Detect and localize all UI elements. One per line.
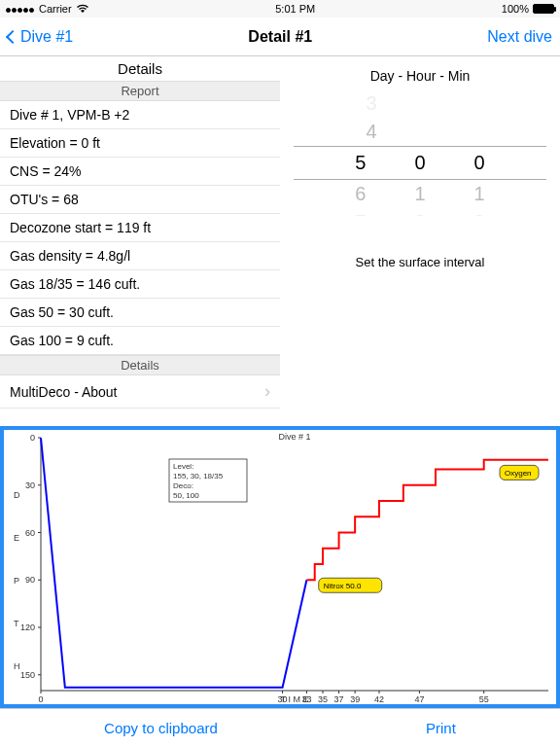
svg-text:D: D (14, 490, 20, 500)
carrier-label: Carrier (39, 3, 72, 15)
report-value: CNS = 24% (10, 163, 82, 179)
interval-caption: Set the surface interval (294, 255, 546, 269)
svg-text:42: 42 (374, 694, 384, 704)
picker-row: 3 (294, 89, 546, 118)
report-value: Decozone start = 119 ft (10, 220, 151, 235)
report-value: Dive # 1, VPM-B +2 (10, 107, 129, 123)
svg-text:150: 150 (20, 670, 35, 680)
svg-text:T: T (14, 619, 19, 628)
svg-text:H: H (14, 661, 20, 671)
svg-text:33: 33 (301, 694, 311, 704)
battery-icon (533, 4, 554, 14)
svg-text:Deco:: Deco: (173, 481, 193, 490)
report-row[interactable]: Decozone start = 119 ft (0, 214, 280, 242)
picker-title: Day - Hour - Min (294, 68, 546, 84)
svg-text:Oxygen: Oxygen (505, 469, 532, 478)
svg-text:E: E (14, 533, 19, 543)
report-row[interactable]: Gas 50 = 30 cuft. (0, 299, 280, 327)
report-value: Gas 18/35 = 146 cuft. (10, 276, 140, 292)
status-bar: Carrier 5:01 PM 100% (0, 0, 560, 18)
svg-text:55: 55 (479, 694, 489, 704)
svg-text:39: 39 (350, 694, 360, 704)
picker-row: 4 (294, 118, 546, 146)
report-row[interactable]: Gas 18/35 = 146 cuft. (0, 270, 280, 299)
chevron-right-icon: › (264, 381, 270, 402)
clock-label: 5:01 PM (275, 3, 315, 15)
picker-row: 611 (294, 180, 546, 208)
dive-profile-chart: Dive # 1D E P T HT I M E0306090120150030… (0, 426, 560, 708)
report-section-header: Report (0, 81, 280, 101)
details-panel: Details Report Dive # 1, VPM-B +2 Elevat… (0, 56, 280, 426)
chevron-left-icon (6, 29, 19, 43)
report-value: OTU's = 68 (10, 192, 79, 207)
report-value: Gas 100 = 9 cuft. (10, 333, 114, 348)
svg-text:Dive # 1: Dive # 1 (278, 432, 310, 442)
back-button[interactable]: Dive #1 (8, 28, 73, 46)
interval-picker[interactable]: 3 4 500 611 722 (294, 89, 546, 216)
about-row[interactable]: MultiDeco - About › (0, 375, 280, 409)
svg-text:35: 35 (318, 694, 328, 704)
svg-text:47: 47 (414, 694, 424, 704)
report-row[interactable]: Gas 100 = 9 cuft. (0, 327, 280, 355)
report-row[interactable]: Elevation = 0 ft (0, 129, 280, 158)
details-section-header: Details (0, 355, 280, 375)
svg-text:P: P (14, 576, 19, 586)
signal-dots-icon (6, 3, 35, 15)
svg-text:30: 30 (278, 694, 288, 704)
report-row[interactable]: CNS = 24% (0, 158, 280, 186)
navigation-bar: Dive #1 Detail #1 Next dive (0, 18, 560, 56)
svg-text:0: 0 (30, 433, 35, 443)
picker-row-selected: 500 (294, 146, 546, 180)
report-value: Elevation = 0 ft (10, 135, 100, 151)
about-label: MultiDeco - About (10, 384, 118, 400)
svg-text:90: 90 (25, 575, 35, 585)
wifi-icon (76, 4, 89, 14)
page-title: Detail #1 (248, 28, 312, 46)
report-row[interactable]: Gas density = 4.8g/l (0, 242, 280, 270)
svg-text:Nitrox 50.0: Nitrox 50.0 (324, 582, 362, 590)
svg-text:60: 60 (25, 528, 35, 538)
bottom-toolbar: Copy to clipboard Print (0, 708, 560, 747)
interval-panel: Day - Hour - Min 3 4 500 611 722 Set the… (280, 56, 560, 426)
next-dive-button[interactable]: Next dive (487, 28, 552, 46)
copy-button[interactable]: Copy to clipboard (104, 720, 218, 736)
back-label: Dive #1 (20, 28, 73, 46)
report-value: Gas 50 = 30 cuft. (10, 304, 114, 320)
svg-text:37: 37 (334, 694, 344, 704)
svg-text:50, 100: 50, 100 (173, 491, 199, 500)
print-button[interactable]: Print (426, 720, 456, 736)
battery-percent: 100% (502, 3, 529, 15)
svg-text:120: 120 (20, 622, 35, 632)
svg-text:155, 30, 18/35: 155, 30, 18/35 (173, 472, 224, 480)
svg-text:Level:: Level: (173, 462, 193, 471)
svg-text:0: 0 (38, 694, 43, 704)
svg-text:30: 30 (25, 480, 35, 490)
details-heading: Details (0, 56, 280, 81)
report-value: Gas density = 4.8g/l (10, 248, 130, 264)
picker-row: 722 (294, 208, 546, 216)
report-row[interactable]: Dive # 1, VPM-B +2 (0, 101, 280, 129)
report-row[interactable]: OTU's = 68 (0, 186, 280, 214)
